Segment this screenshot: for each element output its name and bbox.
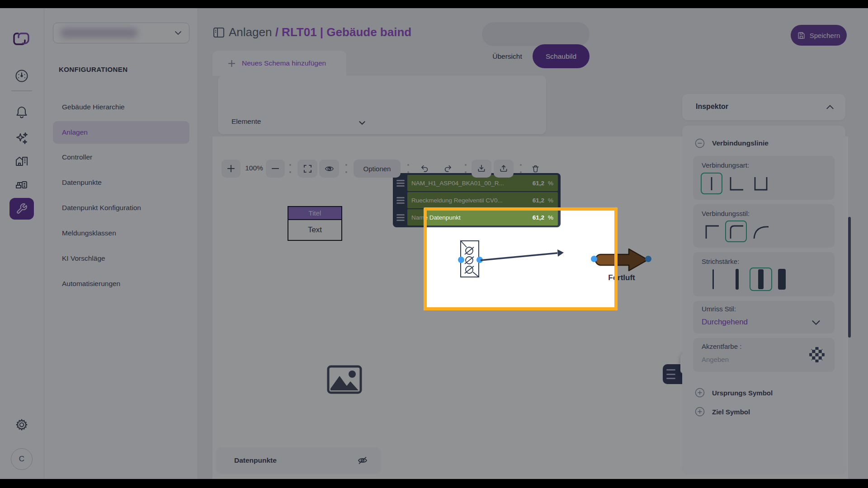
tab-schaubild[interactable]: Schaubild (533, 44, 590, 68)
drag-handle-icon[interactable] (396, 180, 405, 187)
outline-style-card[interactable]: Umriss Stil: Durchgehend (693, 301, 835, 333)
delete-button[interactable] (525, 160, 545, 178)
scrollbar[interactable] (848, 217, 851, 338)
inspector-title: Inspektor (696, 103, 728, 111)
settings-gear-icon[interactable] (14, 418, 29, 432)
sidebar-item-automatisierungen[interactable]: Automatisierungen (53, 273, 189, 294)
minus-icon (271, 164, 279, 173)
datapoints-panel[interactable]: Datenpunkte (216, 447, 381, 473)
zoom-out-button[interactable] (266, 160, 285, 178)
chevron-down-icon[interactable] (811, 319, 821, 326)
rail-divider (11, 90, 32, 91)
app-window: NAM_H1_ASP04_BKA01_00_R... 61,2 % Rueckm… (0, 0, 868, 488)
connection-type-elbow[interactable] (725, 173, 747, 194)
chevron-down-icon (175, 30, 182, 36)
stroke-width-2[interactable] (736, 269, 739, 290)
workspace-selector[interactable] (53, 23, 189, 43)
chevron-down-icon (358, 119, 366, 127)
target-symbol-row[interactable]: Ziel Symbol (695, 407, 750, 417)
sidebar-item-controller[interactable]: Controller (53, 147, 189, 168)
text-box-element[interactable]: Titel Text (288, 206, 342, 241)
view-toggle: Übersicht Schaubild (482, 22, 590, 46)
corner-curved-option[interactable] (750, 221, 771, 242)
flow-arrow-label: Fortluft (594, 273, 649, 282)
connector-handle[interactable] (645, 256, 651, 262)
chevron-up-icon[interactable] (826, 104, 834, 110)
corner-sharp-option[interactable] (701, 221, 722, 242)
rail-item-configuration[interactable] (9, 198, 34, 220)
page-title: Anlagen / RLT01 | Gebäude baind (229, 25, 411, 39)
save-icon (797, 32, 805, 39)
drag-handle-icon[interactable] (396, 214, 405, 221)
sidebar-item-gebaeude-hierarchie[interactable]: Gebäude Hierarchie (53, 97, 189, 117)
elements-dropdown[interactable]: Elemente (218, 111, 546, 134)
dashboard-gauge-icon[interactable] (14, 69, 29, 83)
workspace-name-redacted (60, 28, 138, 38)
accent-color-card[interactable]: Akzentfarbe : Angeben (693, 338, 835, 372)
plus-circle-icon (695, 407, 705, 417)
eye-off-icon[interactable] (357, 455, 368, 466)
text-box-title: Titel (288, 207, 341, 220)
options-button[interactable]: Optionen (354, 160, 401, 178)
avatar[interactable]: C (11, 448, 33, 470)
save-button-label: Speichern (810, 32, 840, 39)
drag-handle-icon[interactable] (396, 197, 405, 204)
fullscreen-button[interactable] (297, 160, 317, 178)
undo-button[interactable] (415, 160, 435, 178)
stroke-width-card: Strichstärke: (693, 252, 835, 296)
plus-icon (228, 60, 236, 67)
icon-rail: C (0, 8, 44, 479)
toolbar-separator (345, 164, 347, 173)
upload-button[interactable] (494, 160, 514, 178)
datapoint-unit: % (548, 214, 553, 221)
sidebar-item-anlagen[interactable]: Anlagen (53, 121, 189, 144)
letterbox-top (0, 0, 868, 8)
origin-symbol-row[interactable]: Ursprungs Symbol (695, 388, 773, 398)
stroke-width-4[interactable] (778, 269, 786, 290)
plus-icon (227, 164, 235, 173)
outline-style-value[interactable]: Durchgehend (702, 318, 748, 327)
sidebar-item-datenpunkt-konfiguration[interactable]: Datenpunkt Konfiguration (53, 197, 189, 218)
redo-button[interactable] (438, 160, 458, 178)
datapoint-value: 61,2 (533, 214, 544, 221)
schema-tab[interactable]: Neues Schema hinzufügen (212, 51, 346, 76)
letterbox-bottom (0, 479, 868, 488)
connector-handle[interactable] (458, 257, 464, 263)
inspector-header[interactable]: Inspektor (682, 94, 845, 120)
connection-type-straight[interactable] (701, 173, 722, 194)
section-title: Verbindungslinie (712, 139, 769, 147)
sidebar-item-datenpunkte[interactable]: Datenpunkte (53, 172, 189, 193)
breadcrumb-root[interactable]: Anlagen (229, 25, 272, 39)
color-swatch-checker[interactable] (809, 347, 825, 363)
preview-button[interactable] (319, 160, 339, 178)
datapoint-row[interactable]: Rueckmeldung Regelventil CV0... 61,2 % (407, 192, 558, 208)
connection-type-u[interactable] (750, 173, 771, 194)
sidebar-item-meldungsklassen[interactable]: Meldungsklassen (53, 223, 189, 244)
zoom-level: 100% (242, 164, 266, 172)
tab-uebersicht[interactable]: Übersicht (482, 44, 533, 68)
app-logo[interactable] (12, 29, 31, 48)
stroke-width-1[interactable] (712, 269, 714, 289)
section-verbindungslinie[interactable]: Verbindungslinie (695, 138, 769, 148)
flow-arrow-element[interactable] (594, 247, 651, 273)
device-config-icon[interactable] (14, 177, 29, 192)
toolbar-separator (465, 164, 467, 173)
eye-icon (325, 164, 334, 174)
corner-rounded-option[interactable] (725, 221, 747, 242)
save-button[interactable]: Speichern (791, 25, 847, 46)
notifications-bell-icon[interactable] (14, 105, 29, 119)
image-placeholder-icon[interactable] (327, 365, 362, 394)
connector-handle[interactable] (591, 256, 597, 262)
sidebar-toggle-icon[interactable] (212, 26, 225, 39)
minus-circle-icon[interactable] (695, 138, 705, 148)
breadcrumb-current: / RLT01 | Gebäude baind (275, 25, 412, 39)
buildings-icon[interactable] (14, 154, 29, 168)
datapoint-table-element[interactable]: NAM_H1_ASP04_BKA01_00_R... 61,2 % Rueckm… (393, 173, 561, 227)
ai-sparkles-icon[interactable] (14, 131, 29, 145)
sidebar-item-ki-vorschlaege[interactable]: KI Vorschläge (53, 248, 189, 269)
zoom-in-button[interactable] (222, 160, 241, 178)
connection-line-element[interactable] (480, 248, 566, 264)
stroke-width-3[interactable] (750, 267, 772, 291)
download-button[interactable] (472, 160, 491, 178)
datapoint-row[interactable]: Name Datenpunkt 61,2 % (407, 209, 558, 225)
